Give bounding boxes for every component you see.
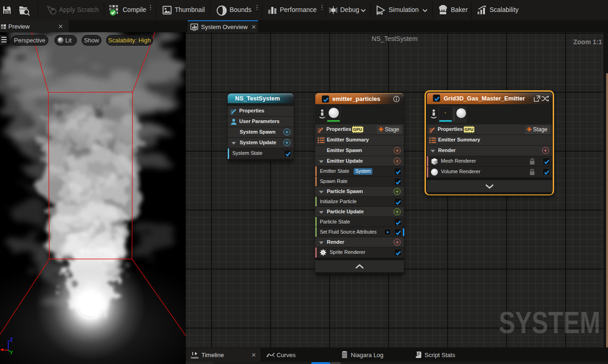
svg-text:Z: Z <box>10 337 13 342</box>
svg-text:Y: Y <box>10 350 13 355</box>
